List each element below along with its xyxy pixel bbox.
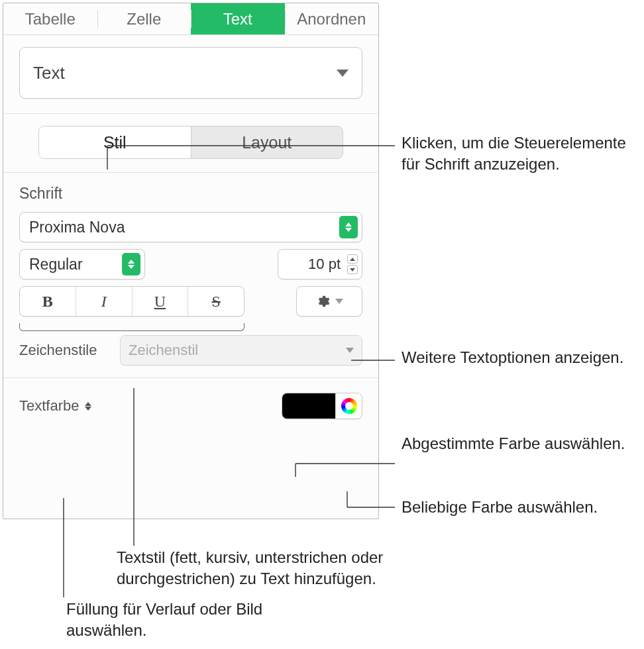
text-color-dropdown[interactable]: Textfarbe bbox=[19, 397, 91, 415]
stepper-arrows-icon bbox=[85, 402, 91, 411]
font-family-dropdown[interactable]: Proxima Nova bbox=[19, 212, 362, 242]
chevron-down-icon bbox=[346, 348, 354, 353]
callout-wheel: Beliebige Farbe auswählen. bbox=[402, 497, 640, 518]
callout-textcolor: Füllung für Verlauf oder Bild auswählen. bbox=[66, 599, 278, 642]
callout-bius: Textstil (fett, kursiv, unterstrichen od… bbox=[117, 547, 461, 590]
tab-text[interactable]: Text bbox=[191, 3, 285, 34]
color-swatch-button[interactable] bbox=[282, 393, 335, 419]
tab-zelle[interactable]: Zelle bbox=[97, 3, 191, 34]
advanced-options-button[interactable] bbox=[296, 286, 362, 317]
stepper-arrows-icon bbox=[347, 254, 359, 274]
chevron-down-icon bbox=[335, 299, 343, 304]
character-style-dropdown[interactable]: Zeichenstil bbox=[120, 335, 362, 366]
paragraph-style-value: Text bbox=[33, 63, 65, 83]
inspector-tab-bar: Tabelle Zelle Text Anordnen bbox=[3, 3, 378, 35]
character-styles-label: Zeichenstile bbox=[19, 342, 113, 359]
stil-layout-segmented: Stil Layout bbox=[38, 126, 343, 159]
callout-stil: Klicken, um die Steuerelemente für Schri… bbox=[402, 132, 627, 175]
callout-gear: Weitere Textoptionen anzeigen. bbox=[402, 347, 627, 368]
section-label-schrift: Schrift bbox=[19, 185, 362, 203]
callout-swatch: Abgestimmte Farbe auswählen. bbox=[402, 433, 627, 454]
tab-anordnen[interactable]: Anordnen bbox=[285, 3, 379, 34]
dropdown-stepper-icon bbox=[339, 216, 358, 238]
font-weight-dropdown[interactable]: Regular bbox=[19, 249, 145, 279]
paragraph-style-dropdown[interactable]: Text bbox=[19, 47, 362, 99]
font-size-stepper[interactable]: 10 pt bbox=[278, 249, 362, 279]
font-weight-value: Regular bbox=[29, 256, 83, 274]
callout-bracket bbox=[19, 323, 244, 331]
bold-button[interactable]: B bbox=[20, 287, 76, 316]
format-inspector-panel: Tabelle Zelle Text Anordnen Text Stil La… bbox=[3, 3, 379, 519]
tab-tabelle[interactable]: Tabelle bbox=[3, 3, 97, 34]
character-style-placeholder: Zeichenstil bbox=[129, 342, 198, 359]
segment-stil[interactable]: Stil bbox=[39, 126, 191, 158]
color-wheel-button[interactable] bbox=[335, 393, 362, 419]
text-style-segmented: B I U S bbox=[19, 286, 244, 317]
segment-layout[interactable]: Layout bbox=[191, 126, 343, 158]
gear-icon bbox=[315, 294, 330, 309]
font-family-value: Proxima Nova bbox=[29, 219, 125, 236]
chevron-down-icon bbox=[337, 70, 349, 77]
strike-button[interactable]: S bbox=[188, 287, 244, 316]
color-wheel-icon bbox=[341, 398, 357, 414]
dropdown-stepper-icon bbox=[122, 253, 140, 275]
underline-button[interactable]: U bbox=[133, 287, 189, 316]
text-color-label: Textfarbe bbox=[19, 397, 80, 415]
italic-button[interactable]: I bbox=[76, 287, 133, 316]
font-size-value: 10 pt bbox=[286, 256, 347, 273]
